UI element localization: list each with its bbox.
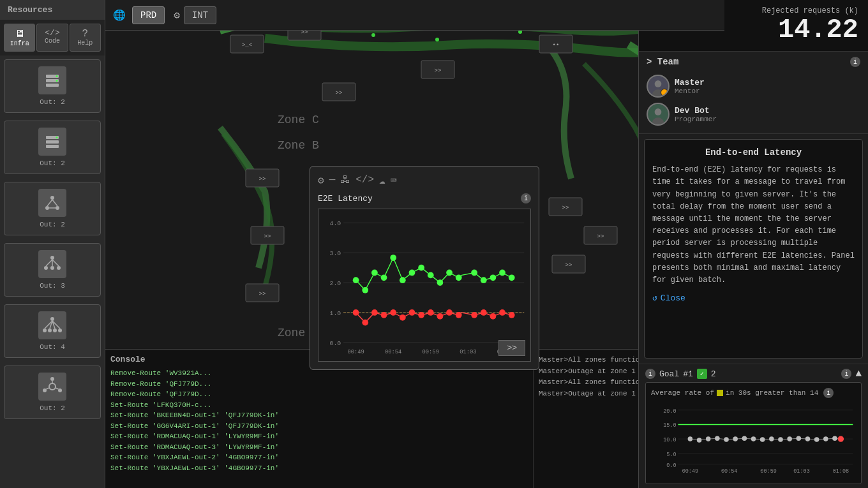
goal-detail-icon[interactable]: i (841, 369, 851, 379)
team-header: > Team i (647, 57, 860, 67)
resource-item-3[interactable]: Out: 2 (4, 182, 101, 235)
info-panel-text: End-to-end (E2E) latency for requests is… (652, 164, 855, 286)
nav-code[interactable]: </> Code (36, 24, 68, 52)
env-prd-btn[interactable]: PRD (132, 6, 165, 24)
svg-text:0.0: 0.0 (330, 340, 341, 347)
console-line-2: Remove-Route 'QFJ779D... (110, 379, 528, 390)
team-info-icon[interactable]: i (850, 57, 860, 67)
svg-point-162 (838, 436, 844, 441)
popup-network-icon[interactable]: 🖧 (340, 174, 350, 187)
svg-point-124 (655, 80, 662, 87)
popup-toolbar: ⚙ — 🖧 </> ☁ ⌨ (318, 174, 531, 187)
goal-expand-icon[interactable]: ▲ (855, 368, 862, 380)
zone-label: Zone (278, 327, 305, 339)
resource-item-2[interactable]: Out: 2 (4, 121, 101, 174)
svg-point-122 (509, 312, 515, 318)
svg-point-103 (490, 274, 497, 281)
svg-point-121 (499, 309, 505, 316)
svg-rect-49 (322, 83, 355, 101)
console-line-6: Set-Route 'GG6V4ARI-out-1' 'QFJ779DK-in' (110, 421, 528, 432)
goal-chart-info-icon[interactable]: i (823, 388, 834, 398)
resource-item-1[interactable]: Out: 2 (4, 59, 101, 113)
goal-info-icon[interactable]: i (645, 369, 655, 379)
resource-label-1: Out: 2 (40, 98, 65, 106)
popup-gear-icon[interactable]: ⚙ (318, 174, 324, 187)
svg-point-100 (456, 274, 462, 281)
svg-point-18 (57, 266, 61, 270)
svg-point-34 (43, 388, 47, 392)
svg-point-160 (823, 436, 828, 441)
popup-code-icon[interactable]: </> (355, 174, 374, 187)
resource-icon-4 (38, 250, 66, 278)
svg-rect-71 (552, 255, 585, 273)
popup-dash-icon[interactable]: — (329, 174, 336, 187)
console-line-5: Set-Route 'BKEE8N4D-out-1' 'QFJ779DK-in' (110, 410, 528, 421)
svg-rect-69 (584, 226, 617, 244)
svg-point-148 (715, 436, 720, 441)
svg-point-106 (353, 309, 359, 316)
svg-point-146 (697, 438, 702, 443)
goal-number: #1 (683, 369, 693, 379)
nav-infra[interactable]: 🖥 Infra (4, 24, 35, 52)
svg-point-24 (48, 329, 52, 332)
resource-label-4: Out: 3 (40, 282, 65, 290)
svg-point-31 (49, 383, 56, 390)
console-line-4: Set-Route 'LFKQ370H-c... (110, 400, 528, 411)
svg-rect-67 (549, 198, 582, 216)
svg-point-8 (56, 137, 58, 138)
svg-text:00:54: 00:54 (721, 468, 737, 475)
svg-text:01:08: 01:08 (833, 468, 849, 475)
svg-point-155 (778, 437, 783, 442)
svg-line-36 (56, 388, 59, 389)
close-button[interactable]: ↺ Close (652, 293, 855, 303)
svg-text:>>: >> (264, 233, 271, 240)
svg-point-25 (53, 329, 57, 332)
svg-point-104 (499, 270, 505, 276)
svg-point-110 (390, 309, 396, 316)
console-line-9: Set-Route 'YBXJAEWL-out-2' '4GBO9977-in' (110, 452, 528, 463)
svg-text:00:59: 00:59 (760, 468, 776, 475)
member-avatar-1 (647, 75, 670, 98)
svg-point-3 (56, 75, 58, 77)
resource-icon-1 (38, 66, 66, 94)
popup-keyboard-icon[interactable]: ⌨ (391, 174, 397, 187)
popup-cloud-icon[interactable]: ☁ (379, 174, 385, 187)
resource-icon-2 (38, 128, 66, 156)
svg-text:15.0: 15.0 (663, 422, 676, 429)
svg-point-105 (509, 274, 515, 281)
svg-point-147 (706, 436, 711, 441)
goal-section: i Goal #1 ✓ 2 i ▲ Average rate of in 30s… (639, 364, 868, 488)
svg-point-108 (371, 309, 378, 316)
resource-item-6[interactable]: Out: 2 (4, 366, 101, 419)
svg-point-9 (50, 196, 54, 200)
svg-text:5.0: 5.0 (666, 452, 676, 458)
resource-item-4[interactable]: Out: 3 (4, 243, 101, 297)
svg-point-93 (390, 255, 396, 261)
svg-point-116 (446, 309, 453, 316)
console-left: Console Remove-Route 'WV3921A... Remove-… (105, 350, 533, 488)
env-int-btn[interactable]: INT (184, 6, 216, 24)
svg-text:00:49: 00:49 (682, 468, 698, 475)
svg-point-92 (381, 274, 387, 281)
team-title: > Team (647, 57, 678, 67)
svg-text:>>: >> (435, 68, 442, 74)
forward-button[interactable]: >> (498, 340, 525, 356)
svg-text:10.0: 10.0 (663, 437, 676, 443)
svg-point-107 (362, 320, 368, 326)
resource-icon-5 (38, 311, 66, 339)
svg-point-33 (58, 388, 62, 392)
member-role-2: Programmer (675, 115, 717, 123)
network-canvas[interactable]: 🌐 PRD ⚙ INT (105, 0, 724, 488)
svg-text:>_<: >_< (242, 42, 252, 48)
nav-help[interactable]: ? Help (70, 24, 101, 52)
resource-item-5[interactable]: Out: 4 (4, 304, 101, 358)
svg-text:4.0: 4.0 (330, 220, 341, 227)
latency-popup: ⚙ — 🖧 </> ☁ ⌨ E2E Latency i (310, 166, 539, 370)
goal-chart-area: Average rate of in 30s greater than 14 i (645, 382, 862, 484)
goal-chart-container: 20.0 15.0 10.0 5.0 0.0 00:49 00:54 00:59… (651, 402, 856, 478)
svg-point-94 (400, 277, 406, 283)
latency-info-icon[interactable]: i (521, 193, 531, 203)
topbar: 🌐 PRD ⚙ INT (105, 0, 724, 31)
svg-rect-53 (421, 61, 454, 78)
team-section: > Team i Master Mentor Dev Bot Programm (639, 52, 868, 134)
